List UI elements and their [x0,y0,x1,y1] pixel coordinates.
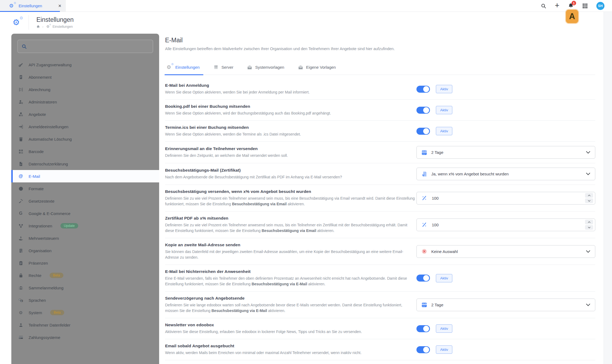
apps-grid-icon[interactable] [582,3,588,9]
setting-text: Besuchsbestätigungs-Mail (Zertifikat)Nac… [165,168,416,180]
sidebar-item-abrechnung[interactable]: Abrechnung [11,83,159,96]
home-icon[interactable] [36,25,40,28]
sidebar-item-administratoren[interactable]: Administratoren [11,96,159,108]
translate-icon: AZ [18,298,24,303]
spinner-down-button[interactable] [585,199,593,203]
sidebar-item-formate[interactable]: Formate [11,182,159,195]
spinner-down-button[interactable] [585,225,593,230]
bell-icon[interactable]: 1 [568,3,574,9]
sidebar-item-system[interactable]: ⚙SystemBeta [11,306,159,319]
calendar-icon [422,302,427,307]
settings-gears-icon: ⚙⚙ [11,18,21,27]
plus-icon[interactable]: + [555,2,559,9]
abacus-icon [18,87,24,92]
server-icon [214,65,218,70]
setting-description-text: Wenn Sie diese Option aktivieren, werden… [165,90,310,94]
sidebar-item-barcode[interactable]: Barcode [11,145,159,158]
setting-text: E-Mail bei Nichterreichen der Anwesenhei… [165,269,416,287]
setting-control: Aktiv [416,345,595,354]
sidebar-item-label: Formate [29,186,44,191]
aktiv-button[interactable]: Aktiv [436,324,452,333]
toggle-email-nichterreichen-anwesenheit[interactable] [416,275,430,282]
sidebar-item-zahlungssysteme[interactable]: Zahlungssysteme [11,331,159,344]
admin-user-icon [18,100,24,104]
close-icon[interactable]: ✕ [58,4,61,8]
select-kopie-zweite-mail-adresse[interactable]: Keine Auswahl [416,245,595,258]
qr-code-icon [18,149,24,154]
chevron-down-icon [586,250,590,253]
scrollbar-track[interactable] [604,12,612,364]
svg-text:A: A [19,299,20,300]
tab-systemvorlagen[interactable]: Systemvorlagen [247,64,285,75]
chevron-down-icon [586,173,590,175]
setting-description-text: Wenn aktiv, werden Mails beim Erreichen … [165,351,361,355]
toggle-newsletter-edoobox[interactable] [416,325,430,332]
sidebar-search-input[interactable] [29,44,149,49]
sidebar-item-rechte[interactable]: RechteBeta [11,269,159,282]
toggle-knob [423,326,429,332]
setting-control: 2 Tage [416,146,595,159]
setting-description-text: Sie können das Datenfeld mit der jeweili… [165,249,403,259]
toggle-email-bei-anmeldung[interactable] [416,86,430,93]
number-input-zertifikat-pdf-ab-x-prozent[interactable] [431,222,578,227]
select-erinnerungsmail[interactable]: 2 Tage [416,146,595,159]
sidebar-item-google-e-commerce[interactable]: GGoogle & E-Commerce [11,207,159,220]
sidebar-item-integrationen[interactable]: IntegrationenUpdate [11,220,159,232]
toggle-booking-pdf-mitsenden[interactable] [416,107,430,114]
section-subtitle: Alle Einstellungen betreffen dem Mailver… [165,47,595,51]
select-value: 2 Tage [431,150,443,155]
sidebar-item-automatische-loeschung[interactable]: Automatische Löschung [11,133,159,145]
sidebar-item-e-mail[interactable]: @E-Mail [11,170,159,182]
email-settings-tabs: ⚙⚙EinstellungenServerSystemvorlagenEigen… [165,64,595,75]
sidebar-item-mehrwertsteuern[interactable]: Mehrwertsteuern [11,232,159,244]
sidebar-item-label: Abrechnung [29,87,50,92]
aktiv-button[interactable]: Aktiv [436,85,452,93]
spinner-up-button[interactable] [585,220,593,224]
setting-description: Definieren Sie den Zeitpunkt, an welchem… [165,153,416,158]
tab-server[interactable]: Server [213,64,234,75]
toggle-termine-ics-mitsenden[interactable] [416,128,430,135]
sidebar-item-api-zugangsverwaltung[interactable]: API Zugangsverwaltung [11,58,159,71]
sidebar-item-datenschutzerklaerung[interactable]: Datenschutzerklärung [11,158,159,170]
breadcrumb-current[interactable]: Einstellungen [53,25,73,29]
number-spinners [585,193,593,203]
setting-row-newsletter-edoobox: Newsletter von edooboxAktivieren Sie die… [165,318,595,339]
tab-einstellungen[interactable]: ⚙⚙Einstellungen [165,64,200,75]
spinner-up-button[interactable] [585,193,593,198]
topbar-actions: + 1 SH [541,2,612,10]
aktiv-button[interactable]: Aktiv [436,274,452,282]
sidebar-item-sprachen[interactable]: AZSprachen [11,294,159,306]
tab-einstellungen[interactable]: ⚙⚙ Einstellungen ✕ [0,0,66,12]
select-sendeverzoegerung-angebotsende[interactable]: 2 Tage [416,299,595,311]
number-input-besuchsbestaetigung-versenden-x-prozent[interactable] [431,196,578,201]
setting-text: Kopie an zweite Mail-Adresse sendenSie k… [165,242,416,260]
sidebar-item-gesetzestexte[interactable]: Gesetzestexte [11,195,159,207]
setting-row-email-bei-anmeldung: E-Mail bei AnmeldungWenn Sie diese Optio… [165,79,595,100]
search-icon [22,44,27,49]
setting-title: Sendeverzögerung nach Angebotsende [165,296,416,301]
settings-gears-icon: ⚙⚙ [46,25,50,29]
sidebar-item-teilnehmer-datenfelder[interactable]: Teilnehmer Datenfelder [11,319,159,331]
sidebar-item-label: Integrationen [29,224,52,228]
sidebar-item-label: Präsenzen [29,261,48,265]
setting-description-text: Wenn Sie diese Option aktivieren, werden… [165,132,301,136]
sidebar-item-anmeldeeinstellungen[interactable]: Anmeldeeinstellungen [11,120,159,133]
sidebar-item-sammelanmeldung[interactable]: Sammelanmeldung [11,282,159,294]
tab-eigene-vorlagen[interactable]: Eigene Vorlagen [298,64,336,75]
aktiv-button[interactable]: Aktiv [436,106,452,114]
select-besuchsbestaetigungs-mail-zertifikat[interactable]: Ja, wenn x% vom Angebot besucht wurden [416,168,595,180]
setting-title: Besuchsbestätigungs-Mail (Zertifikat) [165,168,416,173]
aktiv-button[interactable]: Aktiv [436,345,452,354]
sidebar-item-organisation[interactable]: Organisation [11,244,159,257]
sidebar-item-praesenzen[interactable]: Präsenzen [11,257,159,269]
aktiv-button[interactable]: Aktiv [436,127,452,135]
sidebar-item-abonnement[interactable]: Abonnement [11,71,159,83]
sidebar-item-label: Angebote [29,112,46,117]
toggle-email-angebot-ausgebucht[interactable] [416,346,430,353]
avatar[interactable]: SH [596,2,604,10]
percent-icon [422,195,427,201]
sidebar-search[interactable] [17,40,153,53]
sidebar-menu: API ZugangsverwaltungAbonnementAbrechnun… [11,58,159,344]
sidebar-item-angebote[interactable]: Angebote [11,108,159,120]
search-icon[interactable] [541,3,546,9]
